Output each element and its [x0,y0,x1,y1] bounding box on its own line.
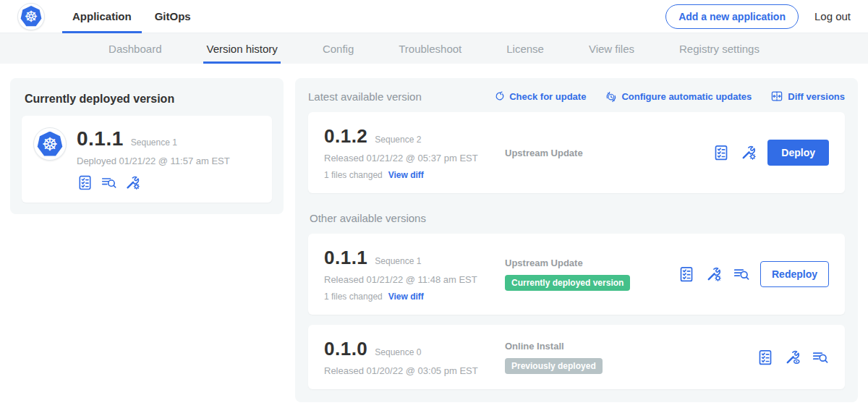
released-timestamp: Released 01/21/22 @ 05:37 pm EST [324,153,505,163]
edit-config-icon[interactable] [740,144,757,161]
tab-gitops-label: GitOps [155,10,191,22]
view-diff-link[interactable]: View diff [388,170,424,180]
diff-icon [770,90,783,103]
version-card-0-1-0: 0.1.0 Sequence 0 Released 01/20/22 @ 03:… [308,325,845,389]
subnav-license[interactable]: License [506,33,544,64]
currently-deployed-panel: Currently deployed version ☸ 0.1.1 Seque… [10,78,284,214]
configure-automatic-updates-label: Configure automatic updates [621,91,752,102]
auto-update-clock-icon [605,90,617,103]
edit-config-icon[interactable] [124,174,141,191]
other-versions-title: Other available versions [310,212,843,224]
subnav-dashboard[interactable]: Dashboard [109,33,161,64]
version-number: 0.1.2 [324,125,367,148]
add-application-button[interactable]: Add a new application [665,4,799,29]
configure-automatic-updates-link[interactable]: Configure automatic updates [605,90,752,103]
logout-button[interactable]: Log out [814,10,851,22]
deploy-button[interactable]: Deploy [767,140,829,166]
version-number: 0.1.0 [324,338,367,360]
view-config-icon[interactable] [784,349,801,366]
diff-versions-link[interactable]: Diff versions [770,90,845,103]
deployed-panel-title: Currently deployed version [25,93,269,106]
tab-application-label: Application [72,10,132,22]
deployed-timestamp: Deployed 01/21/22 @ 11:57 am EST [77,156,230,166]
kubernetes-logo: ☸ [17,3,45,30]
tab-gitops[interactable]: GitOps [143,0,203,33]
header-tabs: Application GitOps [61,0,203,33]
version-card-0-1-1: 0.1.1 Sequence 1 Released 01/21/22 @ 11:… [308,234,845,315]
helm-wheel-icon: ☸ [25,9,38,24]
tab-application[interactable]: Application [61,0,143,33]
view-diff-link[interactable]: View diff [388,292,424,302]
released-timestamp: Released 01/20/22 @ 03:05 pm EST [324,365,505,376]
subnav-view-files[interactable]: View files [589,33,634,64]
subnav-registry-settings[interactable]: Registry settings [679,33,760,64]
version-number: 0.1.1 [324,247,367,269]
deployed-sequence-label: Sequence 1 [131,137,177,148]
version-source-label: Upstream Update [505,148,712,158]
files-changed-label: 1 files changed [324,170,383,180]
app-icon: ☸ [33,127,67,161]
top-header: ☸ Application GitOps Add a new applicati… [0,0,868,33]
preflight-checklist-icon[interactable] [757,349,774,366]
refresh-icon [493,90,505,102]
app-subnav: Dashboard Version history Config Trouble… [0,33,868,64]
preflight-checklist-icon[interactable] [678,265,695,283]
version-source-label: Online Install [505,341,757,352]
latest-version-title: Latest available version [308,90,422,103]
previously-deployed-badge: Previously deployed [505,358,603,374]
deployed-version-card: ☸ 0.1.1 Sequence 1 Deployed 01/21/22 @ 1… [22,116,272,203]
files-changed-label: 1 files changed [324,292,383,302]
helm-wheel-icon: ☸ [42,135,58,153]
subnav-version-history[interactable]: Version history [206,33,277,64]
diff-versions-label: Diff versions [788,91,845,102]
deploy-logs-icon[interactable] [101,174,117,191]
deploy-logs-icon[interactable] [812,349,829,366]
version-source-label: Upstream Update [505,258,678,268]
released-timestamp: Released 01/21/22 @ 11:48 am EST [324,274,505,285]
edit-config-icon[interactable] [705,265,723,283]
preflight-checklist-icon[interactable] [712,144,730,161]
sequence-label: Sequence 0 [375,347,421,357]
sequence-label: Sequence 2 [375,135,421,145]
subnav-config[interactable]: Config [323,33,354,64]
subnav-troubleshoot[interactable]: Troubleshoot [399,33,461,64]
deploy-logs-icon[interactable] [733,265,750,283]
version-card-0-1-2: 0.1.2 Sequence 2 Released 01/21/22 @ 05:… [308,112,845,193]
check-for-update-label: Check for update [509,91,586,102]
currently-deployed-badge: Currently deployed version [505,275,630,291]
versions-panel: Latest available version Check for updat… [295,78,858,402]
redeploy-button[interactable]: Redeploy [760,261,829,287]
check-for-update-link[interactable]: Check for update [493,90,586,102]
sequence-label: Sequence 1 [375,256,421,266]
deployed-version-number: 0.1.1 [77,127,124,150]
preflight-checklist-icon[interactable] [77,174,93,191]
